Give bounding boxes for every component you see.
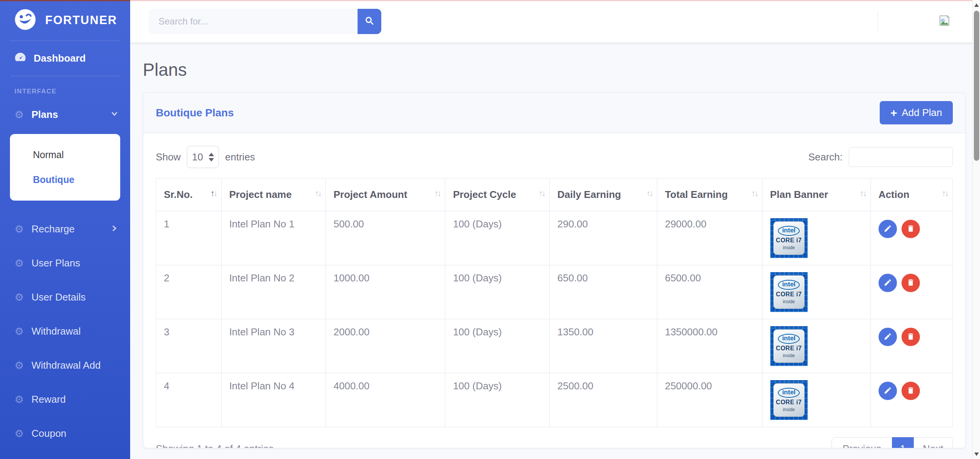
sidebar-item-reward[interactable]: ⚙ Reward bbox=[0, 382, 130, 417]
cell-plan-banner: intelCORE i7inside bbox=[762, 211, 871, 265]
cell-daily-earning: 290.00 bbox=[550, 211, 657, 265]
cell-srno: 1 bbox=[156, 211, 222, 265]
entries-label: entries bbox=[225, 151, 255, 163]
page-size-value: 10 bbox=[192, 151, 203, 163]
scrollbar[interactable] bbox=[972, 0, 980, 459]
sort-icon: ↑↓ bbox=[751, 188, 758, 198]
cell-srno: 4 bbox=[156, 373, 222, 427]
fortuner-logo-icon bbox=[15, 9, 36, 32]
cell-project-name: Intel Plan No 2 bbox=[221, 265, 326, 319]
pagination-previous-button[interactable]: Previous bbox=[831, 437, 892, 448]
column-header-plan-banner[interactable]: Plan Banner ↑↓ bbox=[762, 178, 871, 211]
sidebar-item-category[interactable]: ⚙ category bbox=[0, 451, 130, 459]
sidebar-item-recharge[interactable]: ⚙ Recharge bbox=[0, 212, 130, 246]
dashboard-icon bbox=[15, 52, 26, 65]
broken-image-icon bbox=[938, 14, 951, 28]
brand-name: FORTUNER bbox=[45, 13, 117, 27]
delete-button[interactable] bbox=[902, 382, 920, 400]
topbar-search-form bbox=[149, 9, 381, 34]
sidebar-item-user-details[interactable]: ⚙ User Details bbox=[0, 280, 130, 314]
cell-project-amount: 1000.00 bbox=[326, 265, 445, 319]
submenu-item-normal[interactable]: Normal bbox=[10, 142, 120, 167]
avatar[interactable] bbox=[936, 13, 953, 30]
cell-project-cycle: 100 (Days) bbox=[445, 373, 550, 427]
top-accent-line bbox=[0, 0, 980, 1]
gear-icon: ⚙ bbox=[15, 224, 24, 234]
table-info: Showing 1 to 4 of 4 entries bbox=[156, 443, 274, 448]
sidebar-item-label: User Plans bbox=[31, 257, 80, 269]
sidebar-item-withdrawal-add[interactable]: ⚙ Withdrawal Add bbox=[0, 348, 130, 382]
banner-core-text: CORE i7 bbox=[776, 237, 802, 244]
column-header-action[interactable]: Action ↑↓ bbox=[871, 178, 952, 211]
submenu-item-boutique[interactable]: Boutique bbox=[10, 167, 120, 192]
trash-icon bbox=[906, 224, 915, 234]
plans-submenu: Normal Boutique bbox=[10, 134, 120, 201]
delete-button[interactable] bbox=[902, 274, 920, 292]
gear-icon: ⚙ bbox=[15, 394, 24, 405]
cell-plan-banner: intelCORE i7inside bbox=[762, 373, 871, 427]
plans-table: Sr.No. ↑↓ Project name ↑↓ Project Amount… bbox=[156, 178, 953, 427]
cell-project-amount: 500.00 bbox=[326, 211, 445, 265]
delete-button[interactable] bbox=[902, 220, 920, 238]
brand[interactable]: FORTUNER bbox=[0, 0, 130, 41]
cell-plan-banner: intelCORE i7inside bbox=[762, 319, 871, 373]
banner-core-text: CORE i7 bbox=[776, 399, 802, 406]
sidebar-item-plans[interactable]: ⚙ Plans bbox=[0, 98, 130, 132]
search-input[interactable] bbox=[149, 9, 358, 34]
cell-action bbox=[871, 373, 952, 427]
edit-button[interactable] bbox=[879, 220, 897, 238]
edit-button[interactable] bbox=[879, 328, 897, 346]
intel-logo: intel bbox=[778, 226, 800, 236]
column-header-srno[interactable]: Sr.No. ↑↓ bbox=[156, 178, 222, 211]
cell-action bbox=[871, 265, 952, 319]
page-size-select[interactable]: 10 bbox=[187, 146, 219, 168]
intel-logo: intel bbox=[778, 388, 800, 398]
delete-button[interactable] bbox=[902, 328, 920, 346]
column-header-project-amount[interactable]: Project Amount ↑↓ bbox=[326, 178, 445, 211]
sidebar-item-label: Plans bbox=[31, 109, 58, 121]
column-header-project-cycle[interactable]: Project Cycle ↑↓ bbox=[445, 178, 550, 211]
intel-logo: intel bbox=[778, 334, 800, 344]
banner-inside-text: inside bbox=[783, 299, 795, 304]
banner-core-text: CORE i7 bbox=[776, 291, 802, 298]
sidebar-item-withdrawal[interactable]: ⚙ Withdrawal bbox=[0, 314, 130, 348]
cell-project-name: Intel Plan No 4 bbox=[221, 373, 326, 427]
column-header-project-name[interactable]: Project name ↑↓ bbox=[221, 178, 326, 211]
banner-inside-text: inside bbox=[783, 245, 795, 250]
table-filter: Search: bbox=[808, 147, 953, 167]
pencil-icon bbox=[884, 332, 892, 342]
add-plan-button[interactable]: + Add Plan bbox=[880, 101, 953, 124]
gear-icon: ⚙ bbox=[15, 428, 24, 439]
search-icon bbox=[365, 16, 374, 26]
page-length-control: Show 10 entries bbox=[156, 146, 255, 168]
cell-daily-earning: 650.00 bbox=[550, 265, 657, 319]
pagination-next-button[interactable]: Next bbox=[914, 437, 953, 448]
sidebar-item-dashboard[interactable]: Dashboard bbox=[0, 41, 130, 76]
table-search-input[interactable] bbox=[849, 147, 953, 167]
cell-project-name: Intel Plan No 1 bbox=[221, 211, 326, 265]
search-button[interactable] bbox=[358, 9, 381, 34]
intel-logo: intel bbox=[778, 280, 800, 290]
sidebar-item-user-plans[interactable]: ⚙ User Plans bbox=[0, 246, 130, 280]
cell-project-amount: 2000.00 bbox=[326, 319, 445, 373]
sort-icon: ↑↓ bbox=[942, 188, 948, 198]
banner-inside-text: inside bbox=[783, 353, 795, 358]
edit-button[interactable] bbox=[879, 274, 897, 292]
scroll-down-arrow-icon[interactable] bbox=[973, 450, 980, 458]
edit-button[interactable] bbox=[879, 382, 897, 400]
plan-banner-image: intelCORE i7inside bbox=[770, 380, 808, 420]
column-header-total-earning[interactable]: Total Earning ↑↓ bbox=[657, 178, 762, 211]
table-row: 3Intel Plan No 32000.00100 (Days)1350.00… bbox=[156, 319, 953, 373]
sidebar-item-coupon[interactable]: ⚙ Coupon bbox=[0, 417, 130, 451]
column-header-daily-earning[interactable]: Daily Earning ↑↓ bbox=[550, 178, 657, 211]
page-title: Plans bbox=[143, 59, 966, 80]
scrollbar-thumb[interactable] bbox=[974, 11, 979, 161]
scroll-up-arrow-icon[interactable] bbox=[973, 1, 980, 9]
pencil-icon bbox=[884, 224, 892, 234]
gear-icon: ⚙ bbox=[15, 258, 24, 268]
pencil-icon bbox=[884, 386, 892, 396]
sort-icon: ↑↓ bbox=[211, 188, 217, 198]
trash-icon bbox=[906, 332, 915, 342]
pagination-page-1-button[interactable]: 1 bbox=[892, 437, 913, 448]
cell-total-earning: 1350000.00 bbox=[657, 319, 762, 373]
